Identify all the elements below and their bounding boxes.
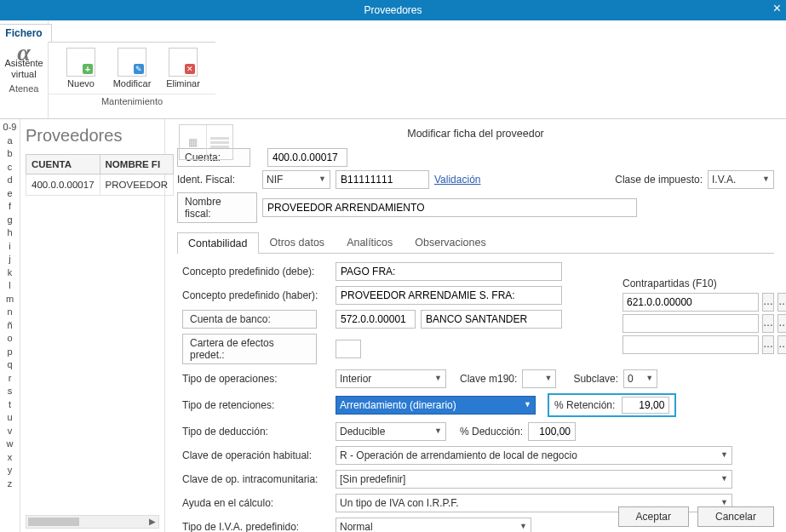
- tabs: Contabilidad Otros datos Analíticos Obse…: [177, 232, 774, 254]
- az-n[interactable]: n: [0, 306, 20, 319]
- asistente-virtual[interactable]: α Asistente virtual Atenea: [0, 47, 48, 94]
- contra-3-more-button[interactable]: …: [777, 335, 786, 354]
- cuenta-input[interactable]: [267, 148, 347, 167]
- window-title: Proveedores: [364, 4, 422, 16]
- iva-predefinido-select[interactable]: Normal▼: [336, 518, 531, 532]
- document-delete-icon: [169, 48, 198, 77]
- clave-m190-select[interactable]: ▼: [522, 369, 556, 388]
- concepto-debe-input[interactable]: [336, 262, 562, 281]
- nombre-fiscal-input[interactable]: [262, 198, 637, 217]
- contrapartidas-label: Contrapartidas (F10): [622, 277, 767, 289]
- cuenta-banco-nombre-input[interactable]: [421, 310, 562, 329]
- dialog-title: Modificar ficha del proveedor: [165, 119, 786, 145]
- az-z[interactable]: z: [0, 478, 20, 491]
- col-cuenta[interactable]: CUENTA: [26, 155, 100, 174]
- az-k[interactable]: k: [0, 266, 20, 280]
- cartera-efectos-button[interactable]: Cartera de efectos predet.:: [182, 334, 317, 364]
- cancelar-button[interactable]: Cancelar: [697, 506, 774, 527]
- pct-deduccion-input[interactable]: [528, 422, 576, 441]
- tab-otros-datos[interactable]: Otros datos: [259, 232, 336, 253]
- iva-predefinido-label: Tipo de I.V.A. predefinido:: [182, 521, 336, 532]
- az-p[interactable]: p: [0, 346, 20, 359]
- concepto-haber-input[interactable]: [336, 286, 562, 305]
- contra-3-browse-button[interactable]: …: [762, 335, 774, 354]
- cartera-efectos-input[interactable]: [336, 340, 361, 358]
- pct-deduccion-label: % Deducción:: [460, 426, 523, 438]
- nombre-fiscal-button[interactable]: Nombre fiscal:: [177, 192, 257, 223]
- retencion-highlight: % Retención:: [548, 393, 676, 417]
- clase-impuesto-select[interactable]: I.V.A.▼: [708, 170, 774, 189]
- clave-habitual-select[interactable]: R - Operación de arrendamiento de local …: [336, 446, 732, 465]
- ident-numero-input[interactable]: [336, 170, 429, 189]
- az-w[interactable]: w: [0, 438, 20, 451]
- concepto-debe-label: Concepto predefinido (debe):: [182, 266, 336, 277]
- az-u[interactable]: u: [0, 411, 20, 425]
- proveedores-table: CUENTA NOMBRE FI 400.0.0.00017 PROVEEDOR: [26, 154, 174, 196]
- az-s[interactable]: s: [0, 385, 20, 398]
- contrapartidas-panel: Contrapartidas (F10) … … … … … …: [622, 277, 767, 357]
- cuenta-banco-button[interactable]: Cuenta de banco:: [182, 310, 317, 329]
- az-l[interactable]: l: [0, 279, 20, 293]
- tab-contabilidad[interactable]: Contabilidad: [177, 232, 259, 254]
- tipo-operaciones-select[interactable]: Interior▼: [336, 369, 446, 388]
- validacion-link[interactable]: Validación: [434, 174, 480, 186]
- tab-analiticos[interactable]: Analíticos: [336, 232, 404, 253]
- az-g[interactable]: g: [0, 214, 20, 227]
- scroll-right-icon[interactable]: ▶: [146, 517, 158, 527]
- az-o[interactable]: o: [0, 332, 20, 346]
- ayuda-calculo-label: Ayuda en el cálculo:: [182, 497, 336, 509]
- ident-tipo-select[interactable]: NIF▼: [262, 170, 330, 189]
- ribbon: Fichero α Asistente virtual Atenea Nuevo…: [0, 20, 786, 119]
- aceptar-button[interactable]: Aceptar: [618, 506, 689, 527]
- az-0-9[interactable]: 0-9: [0, 121, 20, 134]
- contrapartida-3-input[interactable]: [622, 335, 759, 354]
- az-b[interactable]: b: [0, 147, 20, 161]
- table-row[interactable]: 400.0.0.00017 PROVEEDOR: [26, 174, 174, 196]
- subclave-select[interactable]: 0▼: [623, 369, 657, 388]
- contrapartida-2-input[interactable]: [622, 314, 759, 333]
- horizontal-scrollbar[interactable]: ◀ ▶: [26, 515, 159, 529]
- tipo-deduccion-select[interactable]: Deducible▼: [336, 422, 446, 441]
- tab-observaciones[interactable]: Observaciones: [404, 232, 496, 253]
- az-c[interactable]: c: [0, 161, 20, 174]
- az-m[interactable]: m: [0, 293, 20, 306]
- az-h[interactable]: h: [0, 226, 20, 240]
- az-e[interactable]: e: [0, 187, 20, 201]
- modificar-button[interactable]: Modificar: [108, 48, 156, 89]
- contra-1-browse-button[interactable]: …: [762, 293, 774, 312]
- close-icon[interactable]: ×: [773, 1, 781, 16]
- az-a[interactable]: a: [0, 134, 20, 148]
- az-index[interactable]: 0-9abcdefghijklmnñopqrstuvwxyz: [0, 119, 20, 532]
- az-x[interactable]: x: [0, 451, 20, 465]
- az-y[interactable]: y: [0, 464, 20, 478]
- col-nombre[interactable]: NOMBRE FI: [100, 155, 174, 174]
- contrapartida-1-input[interactable]: [622, 293, 759, 312]
- document-edit-icon: [118, 48, 146, 77]
- scroll-thumb[interactable]: [28, 518, 79, 526]
- nuevo-button[interactable]: Nuevo: [57, 48, 105, 89]
- subclave-label: Subclave:: [573, 373, 618, 385]
- az-i[interactable]: i: [0, 240, 20, 254]
- az-ñ[interactable]: ñ: [0, 319, 20, 333]
- image-placeholder[interactable]: ▦: [179, 124, 233, 160]
- az-d[interactable]: d: [0, 174, 20, 187]
- list-heading: Proveedores: [26, 126, 164, 146]
- contra-1-more-button[interactable]: …: [777, 293, 786, 312]
- cuenta-banco-num-input[interactable]: [336, 310, 416, 329]
- az-t[interactable]: t: [0, 398, 20, 412]
- az-q[interactable]: q: [0, 358, 20, 372]
- eliminar-button[interactable]: Eliminar: [159, 48, 207, 89]
- clave-intracomunitaria-select[interactable]: [Sin predefinir]▼: [336, 470, 732, 489]
- proveedores-list-panel: Proveedores CUENTA NOMBRE FI 400.0.0.000…: [20, 119, 165, 532]
- dialog-pane: ▦ Modificar ficha del proveedor Cuenta: …: [165, 119, 786, 532]
- clave-habitual-label: Clave de operación habitual:: [182, 449, 336, 461]
- az-f[interactable]: f: [0, 200, 20, 214]
- title-bar: Proveedores ×: [0, 0, 786, 20]
- contra-2-browse-button[interactable]: …: [762, 314, 774, 333]
- tipo-retenciones-select[interactable]: Arrendamiento (dinerario)▼: [336, 396, 536, 415]
- az-v[interactable]: v: [0, 425, 20, 438]
- pct-retencion-input[interactable]: [622, 397, 669, 414]
- az-r[interactable]: r: [0, 372, 20, 386]
- az-j[interactable]: j: [0, 253, 20, 266]
- contra-2-more-button[interactable]: …: [777, 314, 786, 333]
